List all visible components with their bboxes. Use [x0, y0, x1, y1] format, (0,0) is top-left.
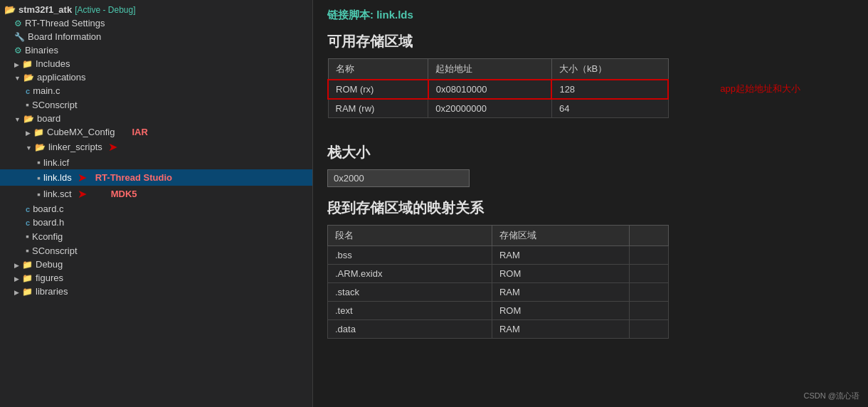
- file-icon: [37, 172, 41, 184]
- sidebar-item-cubemx-config[interactable]: CubeMX_Config IAR: [0, 125, 312, 139]
- board-icon: 🔧: [14, 32, 25, 42]
- sidebar-item-includes[interactable]: Includes: [0, 57, 312, 70]
- sidebar-item-sconstruct-board[interactable]: SConscript: [0, 243, 312, 258]
- tree-item-label: SConscript: [32, 100, 78, 110]
- right-panel: 链接脚本: link.lds 可用存储区域 名称 起始地址 大小（kB） ROM…: [313, 0, 868, 359]
- chevron-right-icon: [14, 273, 19, 283]
- tree-item-label: linker_scripts: [48, 142, 102, 152]
- watermark: CSDN @流心语: [804, 391, 859, 401]
- reg-arm: ROM: [492, 265, 629, 283]
- c-file-icon: c: [26, 87, 30, 95]
- annotation-rtthread: RT-Thread Studio: [95, 172, 172, 183]
- sidebar-item-linker-scripts[interactable]: linker_scripts ➤: [0, 139, 312, 155]
- c-file-icon: c: [26, 205, 30, 213]
- tree-item-label: Board Information: [28, 31, 101, 42]
- right-wrapper: 链接脚本: link.lds 可用存储区域 名称 起始地址 大小（kB） ROM…: [313, 0, 868, 407]
- rom-size: 128: [551, 80, 668, 99]
- sidebar-item-link-icf[interactable]: link.icf: [0, 155, 312, 169]
- chevron-right-icon: [26, 127, 31, 137]
- tree-item-label: Binaries: [25, 45, 58, 56]
- app-annotation: app起始地址和大小: [720, 83, 800, 95]
- tree-item-label: Kconfig: [32, 231, 63, 242]
- mapping-table: 段名 存储区域 .bss RAM .ARM.exidx ROM: [327, 225, 669, 339]
- file-icon: [26, 231, 29, 242]
- sidebar-item-libraries[interactable]: libraries: [0, 285, 312, 298]
- mapping-row-data: .data RAM: [328, 320, 669, 339]
- folder-open-icon: 📂: [4, 4, 16, 15]
- sidebar-item-main-c[interactable]: c main.c: [0, 84, 312, 97]
- memory-row-rom: ROM (rx) 0x08010000 128: [328, 80, 668, 99]
- chevron-down-icon: [26, 142, 32, 152]
- col-size: 大小（kB）: [551, 59, 668, 80]
- sidebar-item-kconfig[interactable]: Kconfig: [0, 229, 312, 243]
- folder-open-icon: [23, 72, 34, 83]
- arrow-right-icon-3: ➤: [78, 187, 87, 201]
- tree-item-label: board.h: [33, 217, 64, 228]
- sidebar-item-board-h[interactable]: c board.h: [0, 216, 312, 229]
- folder-open-icon: [35, 142, 46, 152]
- sidebar-item-board-c[interactable]: c board.c: [0, 202, 312, 216]
- tree-item-label: board: [37, 113, 60, 124]
- mapping-section: 段到存储区域的映射关系 段名 存储区域 .bss RAM: [327, 199, 854, 339]
- reg-data: RAM: [492, 320, 629, 339]
- sidebar-item-link-sct[interactable]: link.sct ➤ MDK5: [0, 186, 312, 202]
- ram-name: RAM (rw): [328, 99, 428, 118]
- chevron-right-icon: [14, 286, 19, 297]
- col-segment: 段名: [328, 226, 492, 246]
- tree-item-label: link.sct: [43, 189, 72, 199]
- col-region: 存储区域: [492, 226, 629, 246]
- seg-data: .data: [328, 320, 492, 339]
- sidebar-item-applications[interactable]: applications: [0, 70, 312, 84]
- chevron-right-icon: [14, 259, 19, 270]
- rom-name: ROM (rx): [328, 80, 428, 99]
- sidebar-item-sconstruct-app[interactable]: SConscript: [0, 97, 312, 112]
- seg-text: .text: [328, 302, 492, 320]
- tree-item-label: RT-Thread Settings: [25, 18, 105, 28]
- c-file-icon: c: [26, 218, 30, 227]
- file-icon: [37, 157, 41, 168]
- seg-bss: .bss: [328, 246, 492, 265]
- col-extra: [629, 226, 668, 246]
- ram-start: 0x20000000: [428, 99, 552, 118]
- project-name: stm32f1_atk: [18, 4, 72, 15]
- sidebar-item-rt-thread-settings[interactable]: RT-Thread Settings: [0, 16, 312, 30]
- reg-text: ROM: [492, 302, 629, 320]
- sidebar-item-board-information[interactable]: 🔧 Board Information: [0, 30, 312, 43]
- mapping-row-text: .text ROM: [328, 302, 669, 320]
- file-icon: [37, 189, 41, 200]
- sidebar-item-link-lds[interactable]: link.lds ➤ RT-Thread Studio: [0, 169, 312, 186]
- seg-arm: .ARM.exidx: [328, 265, 492, 283]
- mapping-section-title: 段到存储区域的映射关系: [327, 199, 854, 218]
- seg-stack: .stack: [328, 283, 492, 302]
- sidebar-item-binaries[interactable]: ⚙ Binaries: [0, 43, 312, 57]
- sidebar-item-debug[interactable]: Debug: [0, 258, 312, 271]
- tree-item-label: libraries: [36, 286, 68, 297]
- project-title[interactable]: 📂 stm32f1_atk [Active - Debug]: [0, 3, 312, 16]
- folder-icon: [33, 127, 44, 137]
- tree-item-label: Debug: [36, 259, 63, 270]
- memory-section-title: 可用存储区域: [327, 32, 854, 51]
- tree-item-label: SConscript: [32, 245, 78, 256]
- memory-table: 名称 起始地址 大小（kB） ROM (rx) 0x08010000 128 R…: [327, 58, 669, 118]
- tree-item-label: CubeMX_Config: [47, 127, 115, 137]
- stack-section-title: 栈大小: [327, 143, 854, 162]
- mapping-row-bss: .bss RAM: [328, 246, 669, 265]
- memory-table-container: 名称 起始地址 大小（kB） ROM (rx) 0x08010000 128 R…: [327, 58, 669, 130]
- file-tree-panel: 📂 stm32f1_atk [Active - Debug] RT-Thread…: [0, 0, 313, 407]
- chevron-down-icon: [14, 72, 21, 83]
- panel-header: 链接脚本: link.lds: [327, 9, 854, 22]
- annotation-iar: IAR: [132, 127, 147, 137]
- settings-icon: [14, 18, 22, 28]
- arrow-right-icon-2: ➤: [78, 171, 87, 184]
- sidebar-item-figures[interactable]: figures: [0, 271, 312, 285]
- tree-item-label: Includes: [36, 58, 70, 69]
- ram-size: 64: [551, 99, 668, 118]
- col-start: 起始地址: [428, 59, 552, 80]
- stack-value-input[interactable]: [327, 169, 470, 187]
- folder-open-icon: [23, 113, 34, 124]
- arrow-right-icon: ➤: [108, 140, 117, 154]
- file-icon: [26, 99, 29, 110]
- sidebar-item-board[interactable]: board: [0, 112, 312, 125]
- folder-icon: [22, 58, 33, 69]
- folder-icon: [22, 286, 33, 297]
